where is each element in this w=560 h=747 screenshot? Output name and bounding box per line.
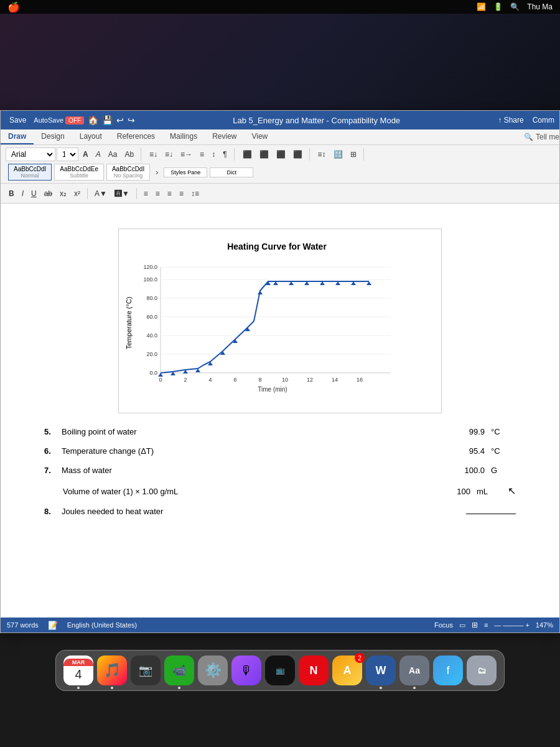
battery-icon: 🔋	[493, 2, 503, 11]
zoom-bar[interactable]: — ——— +	[494, 621, 530, 629]
bold-btn2[interactable]: B	[6, 187, 17, 200]
svg-text:6: 6	[233, 377, 236, 383]
justify-button[interactable]: ⬛	[290, 148, 306, 161]
svg-text:4: 4	[208, 377, 212, 383]
paragraph-group: ≡↓ ≡↓ ≡→ ≡ ↕ ¶	[146, 148, 235, 161]
document-content: Heating Curve for Water Temperature (°C)	[1, 204, 559, 618]
svg-text:2: 2	[184, 377, 187, 383]
view-toggle[interactable]: ▭	[459, 621, 465, 629]
autosave-status[interactable]: OFF	[65, 116, 84, 125]
dictate-button[interactable]: Dict	[210, 167, 253, 177]
redo-icon[interactable]: ↪	[128, 115, 135, 125]
align-left-btn2[interactable]: ≡	[141, 187, 151, 200]
notes-badge: 2	[355, 653, 365, 663]
tab-mailings[interactable]: Mailings	[162, 129, 205, 144]
dock-extra[interactable]: 🗂	[467, 655, 497, 685]
font-name-select[interactable]: Arial	[6, 148, 55, 161]
font-group: Arial 1 A A Aa Ab	[6, 148, 141, 161]
line-spacing-button[interactable]: ≡↕	[315, 148, 329, 161]
tab-draw[interactable]: Draw	[1, 129, 34, 144]
comments-button[interactable]: Comm	[533, 116, 554, 125]
home-icon[interactable]: 🏠	[88, 115, 98, 125]
focus-button[interactable]: Focus	[434, 621, 453, 629]
dock: MAR 4 🎵 📷 📹 ⚙️ 🎙 📺 N A 2 W Aa f	[55, 650, 505, 691]
list-indent-btn[interactable]: ↕≡	[188, 187, 202, 200]
tab-review[interactable]: Review	[205, 129, 244, 144]
font-size-select[interactable]: 1	[57, 148, 78, 161]
align-left-button[interactable]: ⬛	[240, 148, 255, 161]
tell-me-field[interactable]: 🔍 Tell me	[524, 129, 559, 144]
more-styles-button[interactable]: ›	[152, 166, 161, 179]
grid-icon[interactable]: ⊞	[472, 621, 478, 629]
subscript-btn[interactable]: x₂	[57, 187, 70, 200]
tab-references[interactable]: References	[110, 129, 162, 144]
datetime-display: Thu Ma	[527, 2, 553, 11]
chart-svg: 0.0 20.0 40.0 60.0 80.0 100.0 120.0 0 2 …	[136, 261, 397, 398]
dock-word[interactable]: W	[366, 655, 396, 685]
tab-view[interactable]: View	[244, 129, 275, 144]
svg-text:10: 10	[282, 377, 288, 383]
highlight-btn[interactable]: 🅰▼	[111, 187, 133, 200]
svg-marker-26	[158, 373, 163, 377]
bullets-button[interactable]: ≡↓	[146, 148, 161, 161]
svg-text:16: 16	[357, 377, 363, 383]
format-button[interactable]: Aa	[105, 148, 121, 161]
share-button[interactable]: ↑ Share	[498, 116, 523, 125]
svg-text:100.0: 100.0	[143, 276, 157, 283]
spellcheck-button[interactable]: Ab	[121, 148, 137, 161]
strikethrough-btn[interactable]: ab	[41, 187, 55, 200]
dock-settings[interactable]: ⚙️	[198, 655, 228, 685]
dock-facetime[interactable]: 📹	[164, 655, 194, 685]
align-center-button[interactable]: ⬛	[256, 148, 272, 161]
dock-podcast[interactable]: 🎙	[231, 655, 261, 685]
dock-netflix[interactable]: N	[299, 655, 329, 685]
apple-menu[interactable]: 🍎	[7, 1, 20, 13]
italic-button[interactable]: A	[93, 148, 104, 161]
italic-btn2[interactable]: I	[19, 187, 27, 200]
sort-button[interactable]: ↕	[208, 148, 218, 161]
question-5: 5. Boiling point of water 99.9 °C	[44, 426, 516, 439]
save-button[interactable]: Save	[6, 115, 30, 126]
align-right-button[interactable]: ⬛	[273, 148, 289, 161]
dock-camera[interactable]: 📷	[131, 655, 161, 685]
style-no-spacing[interactable]: AaBbCcDdI No Spacing	[106, 164, 150, 181]
spell-check-icon[interactable]: 📝	[48, 621, 58, 630]
paragraph-mark-button[interactable]: ¶	[220, 148, 230, 161]
list-icon[interactable]: ≡	[484, 621, 488, 629]
table-button[interactable]: ⊞	[347, 148, 360, 161]
shading-button[interactable]: 🔠	[330, 148, 346, 161]
svg-text:20.0: 20.0	[146, 351, 157, 357]
underline-btn2[interactable]: U	[28, 187, 40, 200]
align-right-btn2[interactable]: ≡	[164, 187, 175, 200]
question-6: 6. Temperature change (ΔT) 95.4 °C	[44, 445, 516, 458]
justify-btn2[interactable]: ≡	[176, 187, 187, 200]
undo-icon[interactable]: ↩	[116, 115, 124, 125]
save-icon[interactable]: 💾	[102, 115, 113, 125]
tab-layout[interactable]: Layout	[72, 129, 110, 144]
search-icon: 🔍	[524, 133, 533, 141]
svg-text:0: 0	[159, 377, 162, 383]
style-normal[interactable]: AaBbCcDdI Normal	[8, 164, 52, 181]
dock-calendar[interactable]: MAR 4	[63, 655, 93, 685]
dock-music[interactable]: 🎵	[97, 655, 127, 685]
dock-dictionary[interactable]: Aa	[399, 655, 429, 685]
calendar-month: MAR	[63, 659, 93, 666]
style-subtitle[interactable]: AaBbCcDdEe Subtitle	[54, 164, 104, 181]
font-color-btn[interactable]: A▼	[91, 187, 110, 200]
dock-tv[interactable]: 📺	[265, 655, 295, 685]
dock-finder[interactable]: f	[433, 655, 463, 685]
search-icon[interactable]: 🔍	[510, 2, 520, 11]
bold-button[interactable]: A	[80, 148, 91, 161]
tab-design[interactable]: Design	[34, 129, 72, 144]
cursor-indicator: ↖	[508, 483, 516, 499]
word-count: 577 words	[7, 621, 39, 629]
align-center-btn2[interactable]: ≡	[152, 187, 163, 200]
styles-pane-button[interactable]: Styles Pane	[164, 167, 207, 177]
main-toolbar: Arial 1 A A Aa Ab ≡↓ ≡↓ ≡→ ≡ ↕ ¶ ⬛ ⬛ ⬛ ⬛…	[1, 145, 559, 184]
numbering-button[interactable]: ≡↓	[162, 148, 176, 161]
dock-notes[interactable]: A 2	[332, 655, 362, 685]
superscript-btn[interactable]: x²	[71, 187, 83, 200]
question-7b: Volume of water (1) × 1.00 g/mL 100 mL ↖	[44, 483, 516, 499]
align-button[interactable]: ≡	[197, 148, 207, 161]
indent-button[interactable]: ≡→	[177, 148, 195, 161]
